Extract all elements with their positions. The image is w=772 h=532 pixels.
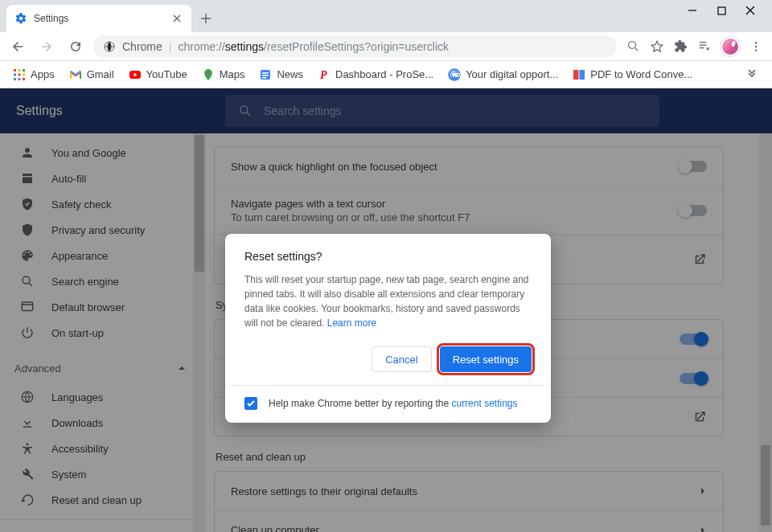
current-settings-link[interactable]: current settings xyxy=(451,398,517,409)
apps-shortcut[interactable]: Apps xyxy=(8,65,60,84)
svg-rect-8 xyxy=(23,69,25,72)
reading-list-icon[interactable] xyxy=(697,39,711,53)
bookmark-gmail[interactable]: Gmail xyxy=(64,65,119,84)
svg-rect-13 xyxy=(18,78,21,80)
tab-title: Settings xyxy=(34,13,164,24)
bookmark-dashboard[interactable]: P Dashboard - ProSe... xyxy=(313,65,438,84)
svg-rect-11 xyxy=(23,73,25,76)
dialog-divider xyxy=(225,385,551,386)
maps-icon xyxy=(202,68,215,81)
url-text: chrome://settings/resetProfileSettings?o… xyxy=(178,40,449,53)
dialog-title: Reset settings? xyxy=(244,250,532,263)
bookmarks-bar: Apps Gmail YouTube Maps News P Dashboard… xyxy=(0,61,772,88)
new-tab-button[interactable] xyxy=(195,7,217,30)
close-tab-icon[interactable] xyxy=(170,12,183,25)
back-button[interactable] xyxy=(6,35,29,58)
youtube-icon xyxy=(129,68,142,81)
titlebar: Settings xyxy=(0,0,772,32)
svg-rect-12 xyxy=(14,78,16,80)
bookmark-youtube[interactable]: YouTube xyxy=(124,65,192,84)
svg-point-2 xyxy=(629,42,636,49)
maximize-button[interactable] xyxy=(714,3,729,18)
svg-rect-14 xyxy=(23,78,25,80)
svg-point-3 xyxy=(755,42,757,43)
bookmark-digital-opport[interactable]: Your digital opport... xyxy=(443,65,563,84)
news-icon xyxy=(259,68,272,81)
extensions-icon[interactable] xyxy=(674,39,688,53)
svg-rect-9 xyxy=(14,73,16,76)
svg-text:P: P xyxy=(320,69,327,81)
svg-rect-0 xyxy=(718,7,725,14)
bookmark-pdf-word[interactable]: PDF to Word Conve... xyxy=(568,65,697,84)
browser-toolbar: Chrome | chrome://settings/resetProfileS… xyxy=(0,32,772,61)
svg-rect-10 xyxy=(18,73,21,76)
toolbar-actions xyxy=(623,37,766,56)
address-bar[interactable]: Chrome | chrome://settings/resetProfileS… xyxy=(93,35,617,58)
svg-point-16 xyxy=(207,72,210,75)
zoom-icon[interactable] xyxy=(626,39,640,53)
pdf-icon xyxy=(573,68,585,81)
svg-rect-24 xyxy=(580,70,585,80)
checkbox-label: Help make Chrome better by reporting the… xyxy=(269,398,518,409)
bookmark-maps[interactable]: Maps xyxy=(197,65,250,84)
browser-tab[interactable]: Settings xyxy=(6,5,191,32)
svg-rect-20 xyxy=(262,77,266,79)
apps-label: Apps xyxy=(31,68,55,80)
svg-rect-18 xyxy=(262,72,269,74)
reload-button[interactable] xyxy=(64,35,87,58)
svg-rect-23 xyxy=(573,70,579,80)
svg-rect-7 xyxy=(18,69,21,72)
pinterest-icon: P xyxy=(318,68,331,81)
bookmarks-overflow[interactable] xyxy=(740,69,764,80)
profile-avatar[interactable] xyxy=(721,37,740,56)
gmail-icon xyxy=(69,68,82,81)
reset-settings-dialog: Reset settings? This will reset your sta… xyxy=(225,234,551,423)
apps-grid-icon xyxy=(13,68,26,81)
gear-icon xyxy=(14,12,27,25)
menu-icon[interactable] xyxy=(749,40,762,53)
close-window-button[interactable] xyxy=(743,3,758,18)
dialog-body: This will reset your startup page, new t… xyxy=(244,272,532,330)
minimize-button[interactable] xyxy=(685,3,700,18)
site-info-icon[interactable] xyxy=(103,40,116,53)
forward-button[interactable] xyxy=(35,35,58,58)
svg-rect-6 xyxy=(14,69,16,72)
svg-rect-19 xyxy=(262,75,269,76)
bookmark-news[interactable]: News xyxy=(254,65,308,84)
url-prefix: Chrome xyxy=(122,40,162,53)
learn-more-link[interactable]: Learn more xyxy=(327,317,376,329)
google-g-icon xyxy=(448,68,461,81)
cancel-button[interactable]: Cancel xyxy=(372,346,431,372)
reset-settings-button[interactable]: Reset settings xyxy=(440,346,532,372)
svg-point-4 xyxy=(755,45,757,47)
svg-point-5 xyxy=(755,49,757,51)
dialog-actions: Cancel Reset settings xyxy=(244,346,532,372)
dialog-checkbox-row: Help make Chrome better by reporting the… xyxy=(244,397,532,410)
bookmark-star-icon[interactable] xyxy=(650,39,664,54)
report-checkbox[interactable] xyxy=(244,397,257,410)
window-controls xyxy=(685,3,769,18)
